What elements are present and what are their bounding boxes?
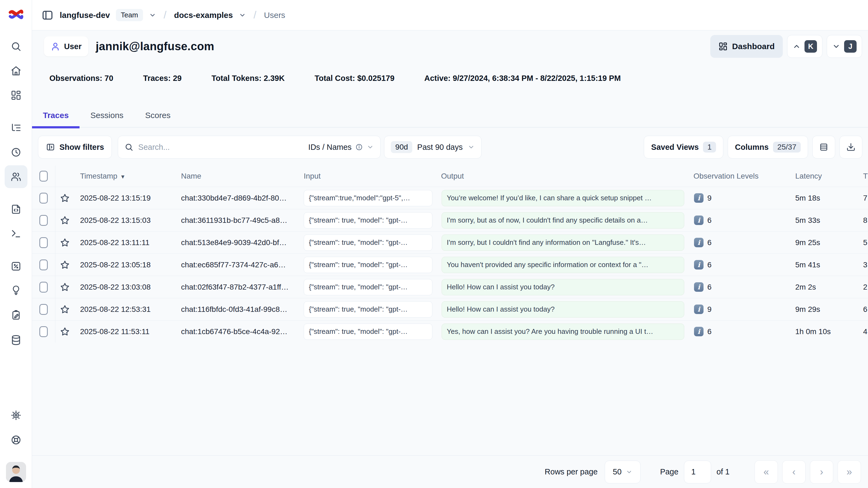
bookmark-star-icon[interactable]: [60, 238, 70, 248]
table-row[interactable]: 2025-08-22 11:53:11 chat:1cb67476-b5ce-4…: [32, 320, 868, 342]
cell-observation-levels: i 6: [688, 238, 790, 247]
cell-input[interactable]: {"stream":true,"model":"gpt-5",…: [304, 190, 432, 206]
database-icon: [10, 335, 22, 345]
cell-input[interactable]: {"stream": true, "model": "gpt-…: [304, 279, 432, 295]
rows-per-page-select[interactable]: 50: [605, 461, 641, 483]
cell-output[interactable]: Yes, how can I assist you? Are you havin…: [442, 324, 684, 340]
cell-output[interactable]: I'm sorry, but as of now, I couldn't fin…: [442, 212, 684, 228]
cell-input[interactable]: {"stream": true, "model": "gpt-…: [304, 324, 432, 340]
cell-output[interactable]: I'm sorry, but I couldn't find any infor…: [442, 235, 684, 251]
traces-table: Timestamp▼ Name Input Output Observation…: [32, 165, 868, 342]
header-observation-levels[interactable]: Observation Levels: [688, 172, 790, 181]
info-level-icon: i: [694, 282, 704, 292]
langfuse-logo[interactable]: [8, 6, 24, 22]
table-row[interactable]: 2025-08-22 13:05:18 chat:ec685f77-7374-4…: [32, 253, 868, 276]
cell-input[interactable]: {"stream": true, "model": "gpt-…: [304, 257, 432, 273]
bookmark-star-icon[interactable]: [60, 215, 70, 225]
sidebar-item-datasets[interactable]: [5, 329, 27, 352]
search-bar[interactable]: Search... IDs / Names: [118, 136, 380, 158]
tab-sessions[interactable]: Sessions: [80, 111, 134, 127]
row-checkbox[interactable]: [39, 326, 48, 337]
sidebar-item-prompts[interactable]: [5, 198, 27, 221]
last-page-button[interactable]: »: [838, 460, 861, 484]
first-page-button[interactable]: «: [754, 460, 778, 484]
header-output[interactable]: Output: [436, 172, 688, 181]
table-row[interactable]: 2025-08-22 13:15:03 chat:3611931b-bc77-4…: [32, 209, 868, 231]
sidebar-item-users[interactable]: [5, 165, 27, 188]
header-truncated[interactable]: T: [858, 172, 868, 181]
row-checkbox[interactable]: [39, 304, 48, 315]
chevron-down-icon: [626, 469, 632, 475]
bookmark-star-icon[interactable]: [60, 282, 70, 292]
sidebar-item-settings[interactable]: [5, 404, 27, 427]
sidebar-item-playground[interactable]: [5, 222, 27, 245]
cell-latency: 5m 33s: [790, 216, 858, 225]
cell-output[interactable]: Hello! How can I assist you today?: [442, 279, 684, 295]
breadcrumb-project[interactable]: langfuse-dev: [60, 10, 110, 20]
row-checkbox[interactable]: [39, 237, 48, 248]
row-checkbox[interactable]: [39, 215, 48, 226]
previous-user-button[interactable]: K: [787, 35, 823, 58]
chevron-down-icon[interactable]: [149, 12, 156, 19]
download-icon: [846, 143, 856, 152]
search-input[interactable]: Search...: [138, 143, 169, 152]
dashboard-button[interactable]: Dashboard: [710, 35, 783, 58]
show-filters-button[interactable]: Show filters: [38, 136, 112, 158]
sidebar-item-annotation[interactable]: [5, 304, 27, 327]
header-latency[interactable]: Latency: [790, 172, 858, 181]
sidebar-item-sessions[interactable]: [5, 141, 27, 164]
file-code-icon: [10, 204, 22, 215]
sidebar-item-home[interactable]: [5, 59, 27, 82]
observation-count: 6: [707, 216, 712, 225]
cell-output[interactable]: Hello! How can I assist you today?: [442, 301, 684, 317]
cell-output[interactable]: You haven't provided any specific inform…: [442, 257, 684, 273]
tab-scores[interactable]: Scores: [134, 111, 181, 127]
table-row[interactable]: 2025-08-22 13:11:11 chat:513e84e9-9039-4…: [32, 231, 868, 253]
bookmark-star-icon[interactable]: [60, 193, 70, 203]
bookmark-star-icon[interactable]: [60, 327, 70, 337]
breadcrumb-current-page[interactable]: Users: [264, 10, 285, 20]
saved-views-button[interactable]: Saved Views 1: [644, 136, 723, 158]
select-all-checkbox[interactable]: [39, 171, 48, 182]
cell-input[interactable]: {"stream": true, "model": "gpt-…: [304, 301, 432, 317]
sidebar-toggle-button[interactable]: [41, 9, 54, 22]
cell-output[interactable]: You’re welcome! If you’d like, I can sha…: [442, 190, 684, 206]
previous-page-button[interactable]: ‹: [782, 460, 806, 484]
cell-input[interactable]: {"stream": true, "model": "gpt-…: [304, 235, 432, 251]
time-range-selector[interactable]: 90d Past 90 days: [384, 136, 481, 158]
sidebar-item-search[interactable]: [5, 35, 27, 58]
row-checkbox[interactable]: [39, 193, 48, 204]
table-body: 2025-08-22 13:15:19 chat:330bd4e7-d869-4…: [32, 187, 868, 342]
sidebar-item-dashboards[interactable]: [5, 84, 27, 106]
sidebar-item-support[interactable]: [5, 429, 27, 451]
table-row[interactable]: 2025-08-22 13:15:19 chat:330bd4e7-d869-4…: [32, 187, 868, 209]
cell-input[interactable]: {"stream": true, "model": "gpt-…: [304, 212, 432, 228]
header-input[interactable]: Input: [298, 172, 436, 181]
row-checkbox[interactable]: [39, 282, 48, 293]
table-row[interactable]: 2025-08-22 13:03:08 chat:02f63f47-87b2-4…: [32, 276, 868, 298]
bookmark-star-icon[interactable]: [60, 260, 70, 270]
breadcrumb-org[interactable]: docs-examples: [174, 10, 233, 20]
tab-traces[interactable]: Traces: [32, 111, 80, 127]
table-toolbar: Show filters Search... IDs / Names 90d P…: [38, 136, 862, 158]
header-timestamp[interactable]: Timestamp▼: [75, 172, 176, 181]
user-avatar[interactable]: [6, 462, 26, 482]
sidebar-item-suggestions[interactable]: [5, 279, 27, 302]
header-name[interactable]: Name: [176, 172, 298, 181]
next-page-button[interactable]: ›: [810, 460, 833, 484]
clipboard-pen-icon: [10, 310, 22, 321]
columns-button[interactable]: Columns 25/37: [728, 136, 808, 158]
export-button[interactable]: [839, 136, 862, 158]
chevron-down-icon[interactable]: [239, 12, 246, 19]
page-number-input[interactable]: [684, 461, 711, 483]
row-height-button[interactable]: [812, 136, 835, 158]
cell-truncated: 2: [858, 283, 868, 292]
user-icon: [51, 41, 60, 51]
search-scope-selector[interactable]: IDs / Names: [308, 143, 352, 152]
row-checkbox[interactable]: [39, 260, 48, 270]
next-user-button[interactable]: J: [827, 35, 862, 58]
table-row[interactable]: 2025-08-22 12:53:31 chat:116fbfdc-0fd3-4…: [32, 298, 868, 320]
sidebar-item-tracing[interactable]: [5, 116, 27, 139]
bookmark-star-icon[interactable]: [60, 304, 70, 314]
sidebar-item-evaluation[interactable]: [5, 255, 27, 278]
